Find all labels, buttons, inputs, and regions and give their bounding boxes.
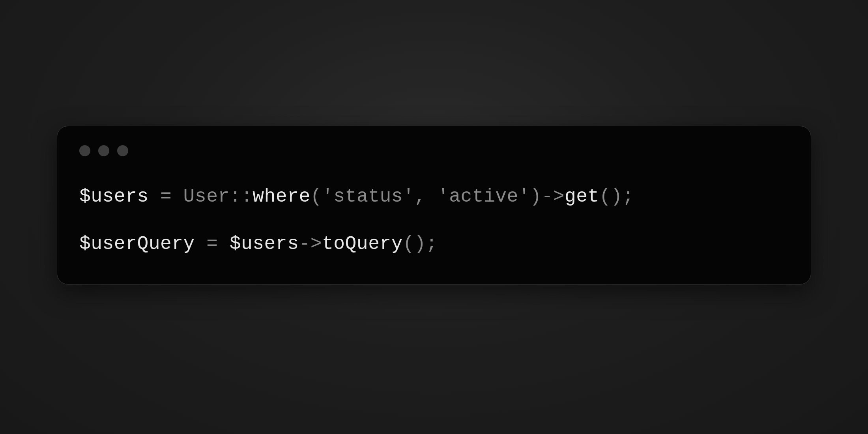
code-token-punct: (); — [403, 233, 438, 254]
minimize-icon[interactable] — [98, 145, 109, 156]
code-token-punct: ( — [311, 186, 322, 207]
code-token-punct: ) — [530, 186, 541, 207]
code-token-class: User — [183, 186, 230, 207]
code-token-punct: (); — [599, 186, 634, 207]
window-traffic-lights — [79, 145, 789, 156]
code-block: $users = User::where('status', 'active')… — [79, 185, 789, 256]
code-token-operator: -> — [541, 186, 565, 207]
code-line: $users = User::where('status', 'active')… — [79, 185, 789, 208]
code-token-operator: :: — [230, 186, 253, 207]
code-token-variable: $users — [79, 186, 149, 207]
close-icon[interactable] — [79, 145, 90, 156]
code-line: $userQuery = $users->toQuery(); — [79, 232, 789, 256]
code-token-method: where — [253, 186, 310, 207]
code-blank-line — [79, 208, 789, 232]
code-token-punct: , — [414, 186, 438, 207]
code-token-string: 'status' — [322, 186, 414, 207]
code-token-method: toQuery — [322, 233, 403, 254]
code-token-operator: -> — [299, 233, 322, 254]
code-token-operator: = — [195, 233, 230, 254]
code-token-operator: = — [149, 186, 183, 207]
code-token-variable: $userQuery — [79, 233, 195, 254]
code-window: $users = User::where('status', 'active')… — [57, 126, 811, 284]
code-token-string: 'active' — [438, 186, 530, 207]
code-token-method: get — [565, 186, 599, 207]
code-token-variable: $users — [230, 233, 299, 254]
maximize-icon[interactable] — [117, 145, 128, 156]
